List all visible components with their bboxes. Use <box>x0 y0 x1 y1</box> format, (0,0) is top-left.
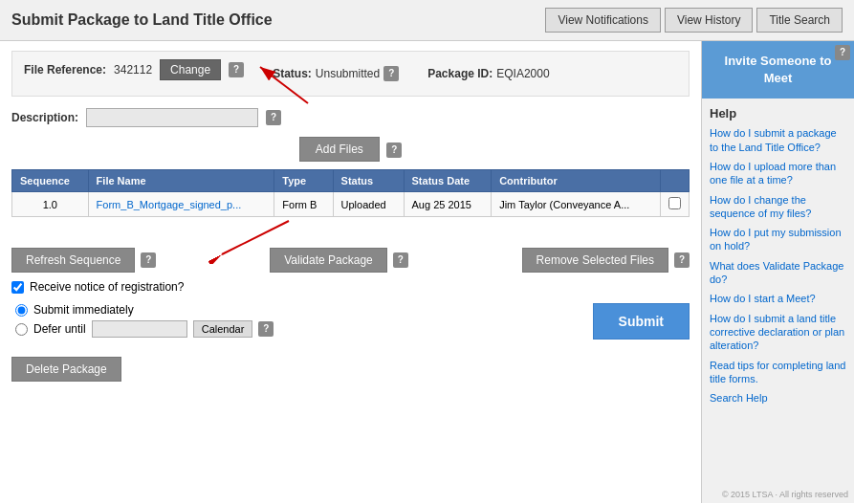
help-link-3[interactable]: How do I put my submission on hold? <box>710 226 846 253</box>
row-status-date: Aug 25 2015 <box>404 192 492 217</box>
help-link-1[interactable]: How do I upload more than one file at a … <box>710 160 846 187</box>
validate-package-button[interactable]: Validate Package <box>270 248 387 273</box>
defer-date-input[interactable] <box>92 320 187 338</box>
sidebar-footer: © 2015 LTSA · All rights reserved <box>702 486 854 503</box>
delete-area: Delete Package <box>11 349 690 382</box>
submit-section: Submit immediately Defer until Calendar … <box>11 299 690 341</box>
receive-notice-checkbox[interactable] <box>11 281 24 294</box>
remove-area: Remove Selected Files ? <box>522 248 690 273</box>
sidebar: ? Invite Someone to Meet Help How do I s… <box>701 41 854 503</box>
defer-until-item: Defer until Calendar ? <box>15 320 274 338</box>
file-reference-value: 342112 <box>114 63 152 77</box>
main-layout: File Reference: 342112 Change ? Status: … <box>0 41 854 503</box>
row-sequence: 1.0 <box>12 192 89 217</box>
col-contributor: Contributor <box>492 170 661 192</box>
submit-button[interactable]: Submit <box>593 303 690 340</box>
description-row: Description: ? <box>11 108 690 127</box>
receive-notice-label: Receive notice of registration? <box>30 280 184 294</box>
help-link-5[interactable]: How do I start a Meet? <box>710 292 846 305</box>
help-link-8[interactable]: Search Help <box>710 391 846 405</box>
help-link-7[interactable]: Read tips for completing land title form… <box>710 359 846 386</box>
file-table: Sequence File Name Type Status Status Da… <box>11 169 690 217</box>
col-select <box>661 170 690 192</box>
row-contributor: Jim Taylor (Conveyance A... <box>492 192 661 217</box>
status-section: File Reference: 342112 Change ? Status: … <box>11 51 690 97</box>
validate-area: Validate Package ? <box>270 248 408 273</box>
content-area: File Reference: 342112 Change ? Status: … <box>0 41 701 503</box>
page-title: Submit Package to Land Title Office <box>11 11 273 29</box>
status-label: Status: <box>273 67 312 80</box>
row-checkbox-cell <box>661 192 690 217</box>
status-help-icon[interactable]: ? <box>383 66 399 81</box>
sidebar-help-icon[interactable]: ? <box>835 45 850 60</box>
description-help-icon[interactable]: ? <box>266 110 281 125</box>
col-type: Type <box>274 170 333 192</box>
help-section: Help How do I submit a package to the La… <box>702 99 854 418</box>
view-history-button[interactable]: View History <box>665 8 753 33</box>
add-files-help-icon[interactable]: ? <box>386 142 402 158</box>
validate-help-icon[interactable]: ? <box>393 252 408 268</box>
view-notifications-button[interactable]: View Notifications <box>545 8 661 33</box>
row-type: Form B <box>274 192 333 217</box>
col-filename: File Name <box>88 170 274 192</box>
defer-help-icon[interactable]: ? <box>258 321 274 337</box>
header-buttons: View Notifications View History Title Se… <box>545 8 843 33</box>
refresh-help-icon[interactable]: ? <box>141 252 156 268</box>
delete-package-button[interactable]: Delete Package <box>11 357 121 382</box>
file-reference-row: File Reference: 342112 Change ? <box>24 59 244 80</box>
calendar-button[interactable]: Calendar <box>193 320 253 338</box>
package-id-label: Package ID: <box>427 67 493 80</box>
description-label: Description: <box>11 111 78 124</box>
submit-immediately-radio[interactable] <box>15 304 28 317</box>
col-status-date: Status Date <box>404 170 492 192</box>
col-sequence: Sequence <box>12 170 89 192</box>
defer-until-label: Defer until <box>33 322 86 336</box>
file-reference-help-icon[interactable]: ? <box>229 62 244 77</box>
row-filename: Form_B_Mortgage_signed_p... <box>88 192 274 217</box>
help-title: Help <box>710 106 846 121</box>
submit-immediately-label: Submit immediately <box>33 303 134 317</box>
receive-notice-row: Receive notice of registration? <box>11 280 690 294</box>
remove-help-icon[interactable]: ? <box>674 252 690 268</box>
file-link[interactable]: Form_B_Mortgage_signed_p... <box>97 199 242 210</box>
help-link-2[interactable]: How do I change the sequence of my files… <box>710 193 846 221</box>
refresh-sequence-button[interactable]: Refresh Sequence <box>11 248 135 273</box>
bottom-buttons: Refresh Sequence ? Validate Package ? Re… <box>11 248 690 273</box>
radio-options: Submit immediately Defer until Calendar … <box>15 303 274 338</box>
help-link-0[interactable]: How do I submit a package to the Land Ti… <box>710 126 846 154</box>
row-checkbox[interactable] <box>668 197 681 209</box>
remove-selected-button[interactable]: Remove Selected Files <box>522 248 668 273</box>
add-files-area: Add Files ? <box>11 137 690 162</box>
description-input[interactable] <box>86 108 258 127</box>
status-value: Unsubmitted <box>316 67 380 80</box>
file-reference-label: File Reference: <box>24 63 106 77</box>
title-search-button[interactable]: Title Search <box>756 8 843 33</box>
row-status: Uploaded <box>333 192 404 217</box>
package-id-value: EQIA2000 <box>496 67 549 80</box>
package-id-area: Package ID: EQIA2000 <box>427 67 549 80</box>
add-files-button[interactable]: Add Files <box>299 137 380 162</box>
file-table-wrapper: Sequence File Name Type Status Status Da… <box>11 169 690 238</box>
refresh-area: Refresh Sequence ? <box>11 248 156 273</box>
defer-until-radio[interactable] <box>15 323 28 336</box>
invite-box[interactable]: Invite Someone to Meet <box>702 41 854 99</box>
page-header: Submit Package to Land Title Office View… <box>0 0 854 41</box>
status-area: Status: Unsubmitted ? <box>273 66 399 81</box>
submit-immediately-item: Submit immediately <box>15 303 274 317</box>
table-row: 1.0 Form_B_Mortgage_signed_p... Form B U… <box>12 192 690 217</box>
col-status: Status <box>333 170 404 192</box>
help-link-6[interactable]: How do I submit a land title corrective … <box>710 312 846 353</box>
help-link-4[interactable]: What does Validate Package do? <box>710 259 846 287</box>
change-button[interactable]: Change <box>160 59 221 80</box>
